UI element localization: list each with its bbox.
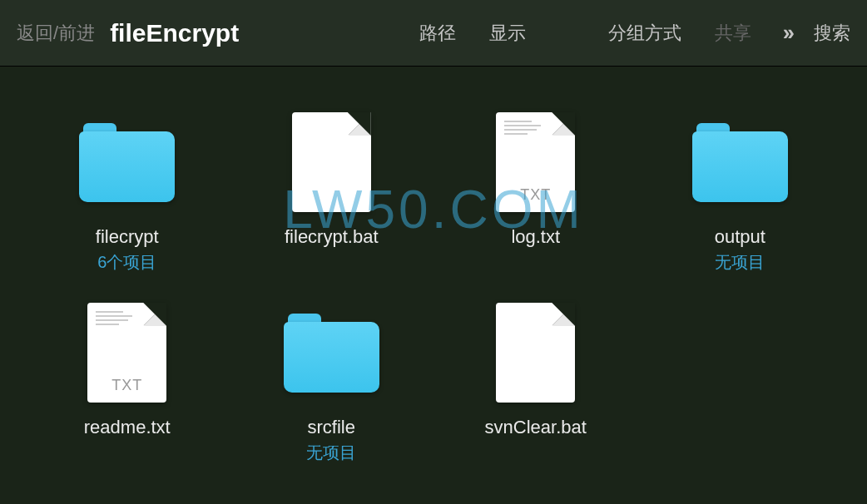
txt-file-icon: TXT — [482, 108, 590, 216]
file-name: srcfile — [308, 417, 355, 438]
path-button[interactable]: 路径 — [419, 21, 456, 46]
file-item[interactable]: TXTlog.txt — [442, 108, 630, 274]
file-name: svnClear.bat — [485, 417, 587, 438]
search-button[interactable]: 搜索 — [814, 21, 850, 46]
file-subtitle: 6个项目 — [97, 251, 156, 274]
file-name: readme.txt — [84, 417, 171, 438]
file-item[interactable]: svnClear.bat — [442, 299, 630, 464]
folder-icon — [277, 299, 385, 407]
folder-icon — [686, 108, 794, 216]
txt-file-icon: TXT — [73, 299, 181, 407]
file-name: output — [715, 226, 765, 248]
more-icon[interactable]: ›› — [783, 20, 792, 46]
back-forward-button[interactable]: 返回/前进 — [17, 21, 95, 46]
file-item[interactable]: output无项目 — [647, 108, 835, 274]
file-item[interactable]: filecrypt6个项目 — [33, 108, 221, 274]
file-name: filecrypt — [96, 226, 159, 248]
file-name: log.txt — [511, 226, 560, 248]
toolbar: 返回/前进 fileEncrypt 路径 显示 分组方式 共享 ›› 搜索 — [0, 0, 867, 67]
file-extension-label: TXT — [87, 377, 166, 394]
view-button[interactable]: 显示 — [489, 21, 526, 46]
file-item[interactable]: TXTreadme.txt — [33, 299, 221, 464]
file-item[interactable]: srcfile无项目 — [238, 299, 426, 464]
group-button[interactable]: 分组方式 — [608, 21, 681, 46]
file-subtitle: 无项目 — [306, 442, 356, 464]
folder-icon — [73, 108, 181, 216]
file-item[interactable]: filecrypt.bat — [238, 108, 426, 274]
file-icon — [277, 108, 385, 216]
file-name: filecrypt.bat — [285, 226, 379, 248]
file-grid: filecrypt6个项目filecrypt.batTXTlog.txtoutp… — [0, 67, 867, 504]
share-button: 共享 — [715, 21, 751, 46]
file-icon — [482, 299, 590, 407]
window-title: fileEncrypt — [110, 19, 239, 47]
file-subtitle: 无项目 — [715, 251, 765, 274]
file-extension-label: TXT — [496, 186, 575, 204]
